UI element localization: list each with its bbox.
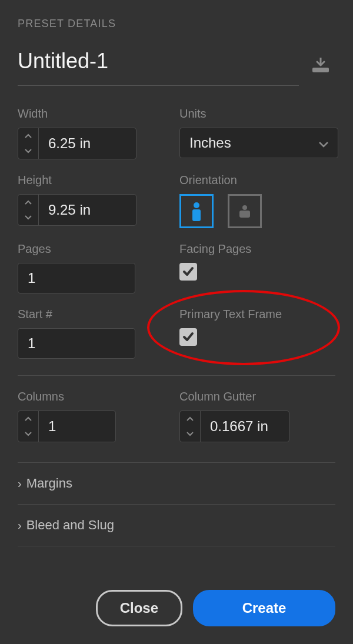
dialog-buttons: Close Create <box>96 590 335 626</box>
start-number-label: Start # <box>18 308 168 321</box>
columns-input[interactable]: 1 <box>18 411 116 442</box>
svg-point-1 <box>194 202 199 208</box>
chevron-down-icon <box>319 135 328 151</box>
columns-stepper-up[interactable] <box>18 411 38 426</box>
margins-label: Margins <box>26 476 72 491</box>
height-stepper-up[interactable] <box>18 195 38 210</box>
svg-rect-2 <box>192 209 201 221</box>
height-input[interactable]: 9.25 in <box>18 194 136 226</box>
width-label: Width <box>18 107 168 121</box>
primary-text-frame-label: Primary Text Frame <box>179 308 335 321</box>
section-title: PRESET DETAILS <box>18 18 335 30</box>
units-label: Units <box>179 107 335 121</box>
width-stepper-up[interactable] <box>18 128 38 144</box>
chevron-right-icon: › <box>18 519 22 532</box>
height-label: Height <box>18 173 168 187</box>
column-gutter-input[interactable]: 0.1667 in <box>179 411 289 442</box>
create-button[interactable]: Create <box>193 590 335 626</box>
width-value[interactable]: 6.25 in <box>39 128 136 159</box>
units-select[interactable]: Inches <box>179 128 338 158</box>
column-gutter-label: Column Gutter <box>179 390 335 403</box>
width-input[interactable]: 6.25 in <box>18 128 136 159</box>
orientation-landscape-button[interactable] <box>228 194 262 228</box>
bleed-slug-label: Bleed and Slug <box>26 518 114 533</box>
column-gutter-stepper-down[interactable] <box>180 426 200 442</box>
orientation-label: Orientation <box>179 173 335 187</box>
columns-stepper-down[interactable] <box>18 426 38 442</box>
column-gutter-stepper-up[interactable] <box>180 411 200 426</box>
height-stepper-down[interactable] <box>18 210 38 225</box>
svg-rect-4 <box>239 211 250 218</box>
primary-text-frame-checkbox[interactable] <box>179 328 197 346</box>
start-number-input[interactable]: 1 <box>18 328 135 359</box>
width-stepper-down[interactable] <box>18 144 38 159</box>
save-preset-icon[interactable] <box>311 56 331 73</box>
close-button[interactable]: Close <box>96 590 182 626</box>
columns-label: Columns <box>18 390 168 403</box>
document-title-input[interactable]: Untitled-1 <box>18 49 299 86</box>
margins-expander[interactable]: › Margins <box>18 463 335 504</box>
chevron-right-icon: › <box>18 477 22 490</box>
facing-pages-label: Facing Pages <box>179 242 335 256</box>
svg-point-3 <box>242 205 247 210</box>
column-gutter-value[interactable]: 0.1667 in <box>201 411 289 442</box>
height-value[interactable]: 9.25 in <box>39 195 136 225</box>
preset-details-panel: PRESET DETAILS Untitled-1 Width 6.25 in … <box>0 0 353 644</box>
divider <box>18 546 335 546</box>
pages-label: Pages <box>18 242 168 256</box>
svg-rect-0 <box>312 68 329 72</box>
facing-pages-checkbox[interactable] <box>179 263 197 281</box>
title-row: Untitled-1 <box>18 49 335 86</box>
orientation-portrait-button[interactable] <box>179 194 214 228</box>
pages-input[interactable]: 1 <box>18 263 135 293</box>
bleed-slug-expander[interactable]: › Bleed and Slug <box>18 505 335 546</box>
units-value: Inches <box>189 135 231 151</box>
columns-value[interactable]: 1 <box>39 411 115 442</box>
